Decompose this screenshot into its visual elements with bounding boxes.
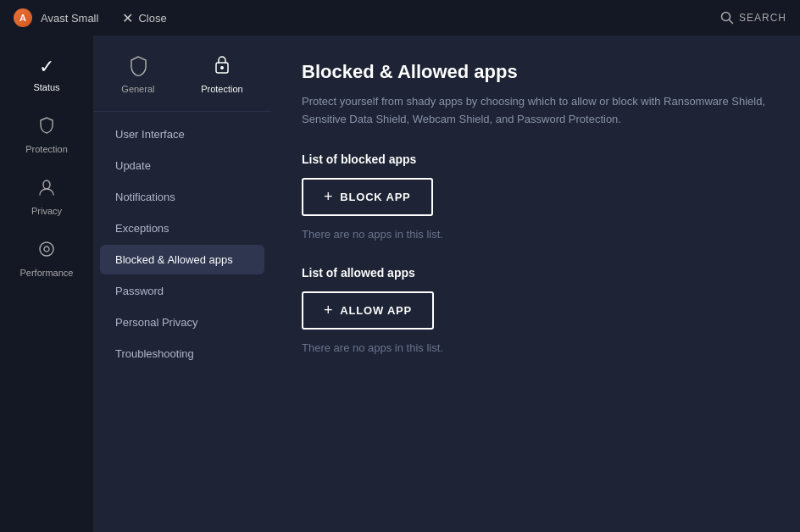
section-nav-personal-privacy[interactable]: Personal Privacy bbox=[100, 308, 264, 337]
general-icon bbox=[127, 54, 149, 81]
plus-icon-allow: + bbox=[324, 302, 333, 319]
tab-general[interactable]: General bbox=[121, 46, 154, 99]
section-nav-exceptions[interactable]: Exceptions bbox=[100, 213, 264, 243]
status-icon: ✓ bbox=[39, 56, 54, 78]
allowed-apps-section: List of allowed apps + ALLOW APP There a… bbox=[302, 266, 769, 354]
blocked-empty-message: There are no apps in this list. bbox=[302, 228, 769, 241]
close-button[interactable]: ✕ Close bbox=[122, 10, 166, 26]
svg-point-4 bbox=[44, 247, 49, 252]
content-area: Blocked & Allowed apps Protect yourself … bbox=[271, 36, 800, 532]
protection-icon bbox=[37, 116, 56, 140]
plus-icon-block: + bbox=[324, 188, 333, 206]
top-bar: A Avast Small ✕ Close SEARCH bbox=[0, 0, 800, 36]
blocked-apps-section: List of blocked apps + BLOCK APP There a… bbox=[302, 152, 769, 241]
main-layout: ✓ Status Protection Privacy bbox=[0, 36, 800, 532]
sidebar-item-privacy[interactable]: Privacy bbox=[8, 168, 85, 226]
section-nav-update[interactable]: Update bbox=[100, 151, 264, 180]
section-nav-blocked-allowed[interactable]: Blocked & Allowed apps bbox=[100, 245, 264, 274]
allow-app-button[interactable]: + ALLOW APP bbox=[302, 291, 434, 330]
page-title: Blocked & Allowed apps bbox=[302, 61, 769, 83]
section-tab-row: General Protection bbox=[93, 46, 271, 112]
blocked-apps-heading: List of blocked apps bbox=[302, 152, 769, 166]
avast-logo: A bbox=[14, 8, 32, 27]
svg-point-3 bbox=[40, 242, 53, 256]
search-icon bbox=[720, 11, 734, 25]
section-nav-user-interface[interactable]: User Interface bbox=[100, 119, 264, 149]
section-sidebar: General Protection User Interface Update… bbox=[93, 36, 271, 532]
svg-point-6 bbox=[220, 66, 224, 69]
page-description: Protect yourself from shady apps by choo… bbox=[302, 93, 769, 129]
svg-line-1 bbox=[729, 20, 732, 24]
block-app-button[interactable]: + BLOCK APP bbox=[302, 178, 433, 216]
app-name: Avast Small bbox=[41, 12, 98, 25]
tab-protection[interactable]: Protection bbox=[201, 46, 243, 99]
allowed-apps-heading: List of allowed apps bbox=[302, 266, 769, 280]
section-nav-troubleshooting[interactable]: Troubleshooting bbox=[100, 339, 264, 369]
sidebar-item-status[interactable]: ✓ Status bbox=[8, 46, 85, 103]
icon-sidebar: ✓ Status Protection Privacy bbox=[0, 36, 93, 532]
sidebar-item-protection[interactable]: Protection bbox=[8, 106, 85, 164]
section-nav-password[interactable]: Password bbox=[100, 276, 264, 306]
search-button[interactable]: SEARCH bbox=[720, 11, 786, 25]
allowed-empty-message: There are no apps in this list. bbox=[302, 341, 769, 354]
section-nav-notifications[interactable]: Notifications bbox=[100, 182, 264, 212]
sidebar-item-performance[interactable]: Performance bbox=[8, 230, 85, 288]
svg-point-2 bbox=[43, 180, 50, 189]
protection-tab-icon bbox=[211, 54, 233, 81]
close-icon: ✕ bbox=[122, 10, 133, 26]
top-bar-left: A Avast Small ✕ Close bbox=[14, 8, 167, 27]
privacy-icon bbox=[37, 178, 56, 202]
performance-icon bbox=[37, 240, 56, 263]
